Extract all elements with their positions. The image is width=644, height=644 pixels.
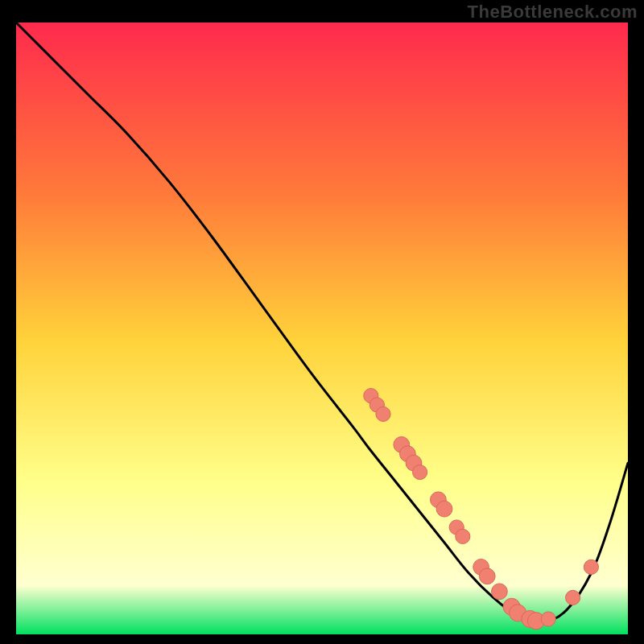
curve-marker — [456, 529, 470, 543]
curve-marker — [413, 465, 427, 480]
watermark-text: TheBottleneck.com — [468, 2, 638, 23]
curve-marker — [479, 568, 495, 584]
chart-svg — [16, 23, 628, 634]
chart-frame: TheBottleneck.com — [0, 0, 644, 644]
curve-marker — [541, 612, 555, 626]
curve-marker — [376, 407, 390, 421]
curve-marker — [566, 590, 580, 605]
plot-area — [16, 23, 628, 634]
curve-marker — [584, 559, 598, 574]
curve-marker — [436, 501, 452, 517]
curve-marker — [492, 584, 508, 600]
